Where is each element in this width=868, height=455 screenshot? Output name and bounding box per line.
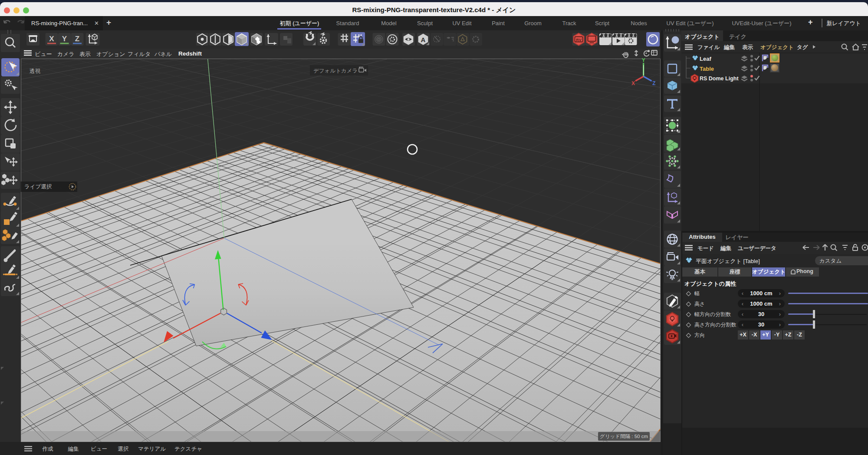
svg-text:A: A (421, 36, 426, 43)
svg-text:RV: RV (576, 38, 581, 42)
svg-text:Z: Z (75, 35, 79, 43)
svg-text:X: X (49, 35, 54, 43)
svg-text:Y: Y (62, 35, 67, 43)
